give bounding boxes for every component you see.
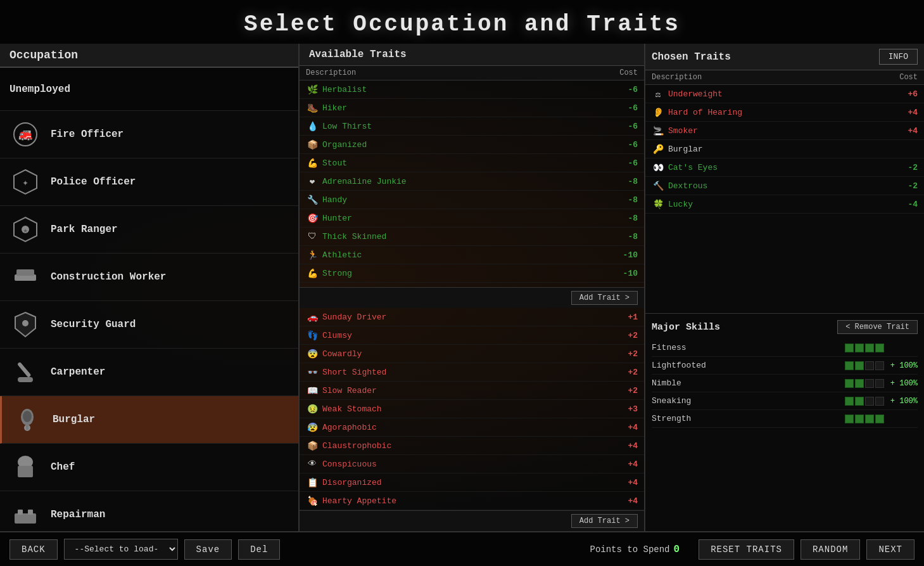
skill-row: Strength — [652, 410, 918, 428]
list-item[interactable]: 🤢Weak Stomach+3 — [300, 400, 644, 418]
occ-name-park-ranger: Park Ranger — [51, 224, 118, 235]
skill-bar-segment — [875, 361, 884, 370]
trait-cost: +4 — [616, 478, 638, 487]
points-value: 0 — [674, 544, 680, 555]
trait-icon: 📦 — [306, 439, 319, 452]
trait-name: Burglar — [668, 145, 896, 154]
reset-traits-button[interactable]: RESET TRAITS — [699, 539, 794, 560]
trait-name: Strong — [322, 269, 616, 278]
list-item[interactable]: 👁Conspicuous+4 — [300, 455, 644, 473]
chosen-traits-header-row: Chosen Traits INFO — [645, 44, 924, 70]
remove-trait-button[interactable]: < Remove Trait — [837, 320, 918, 334]
occ-item-carpenter[interactable]: Carpenter — [0, 349, 298, 396]
trait-cost: -8 — [616, 232, 638, 241]
list-item[interactable]: 😰Agoraphobic+4 — [300, 418, 644, 437]
trait-icon: 🌿 — [306, 83, 319, 96]
list-item[interactable]: 👀Cat's Eyes-2 — [645, 158, 924, 177]
trait-name: Lucky — [668, 200, 896, 209]
list-item[interactable]: 🛡Thick Skinned-8 — [300, 228, 644, 246]
occ-item-chef[interactable]: Chef — [0, 444, 298, 491]
trait-cost: -6 — [616, 158, 638, 168]
trait-cost: -6 — [616, 122, 638, 131]
occ-item-fire-officer[interactable]: 🚒Fire Officer — [0, 111, 298, 158]
add-trait-button-top[interactable]: Add Trait > — [571, 291, 638, 305]
list-item[interactable]: ❤️Adrenaline Junkie-8 — [300, 172, 644, 191]
skill-name: Fitness — [652, 343, 845, 352]
next-button[interactable]: NEXT — [866, 539, 915, 560]
trait-icon: 🎯 — [306, 212, 319, 224]
svg-text:🚒: 🚒 — [18, 127, 33, 141]
occupation-panel: Occupation Unemployed🚒Fire Officer✦Polic… — [0, 44, 300, 531]
list-item[interactable]: 👓Short Sighted+2 — [300, 363, 644, 382]
list-item[interactable]: 🚗Sunday Driver+1 — [300, 308, 644, 326]
occ-name-construction-worker: Construction Worker — [51, 271, 166, 283]
random-button[interactable]: RANDOM — [801, 539, 860, 560]
occ-icon-burglar — [11, 404, 43, 435]
skill-bar-segment — [845, 415, 854, 423]
list-item[interactable]: 👂Hard of Hearing+4 — [645, 103, 924, 122]
list-item[interactable]: 🔧Handy-8 — [300, 191, 644, 209]
occ-item-park-ranger[interactable]: ★Park Ranger — [0, 206, 298, 254]
add-trait-button-bottom[interactable]: Add Trait > — [571, 514, 638, 528]
skill-bar-segment — [845, 344, 854, 352]
list-item[interactable]: 📦Claustrophobic+4 — [300, 437, 644, 455]
skill-bar-segment — [855, 397, 864, 406]
list-item[interactable]: 💪Stout-6 — [300, 154, 644, 172]
load-select[interactable]: --Select to load-- — [64, 539, 178, 560]
occ-name-police-officer: Police Officer — [51, 176, 136, 188]
occ-item-police-officer[interactable]: ✦Police Officer — [0, 158, 298, 206]
trait-icon: 👣 — [306, 329, 319, 342]
trait-name: Sunday Driver — [322, 312, 616, 322]
back-button[interactable]: BACK — [9, 539, 58, 560]
occ-item-construction-worker[interactable]: Construction Worker — [0, 254, 298, 301]
trait-name: Organized — [322, 140, 616, 150]
list-item[interactable]: 📦Organized-6 — [300, 136, 644, 154]
trait-cost: -6 — [616, 103, 638, 113]
list-item[interactable]: 📋Disorganized+4 — [300, 473, 644, 492]
list-item[interactable]: 🍖Hearty Appetite+4 — [300, 492, 644, 510]
skill-bars — [845, 344, 884, 352]
skill-bar-segment — [845, 361, 854, 370]
svg-rect-20 — [18, 510, 23, 515]
save-button[interactable]: Save — [184, 539, 232, 560]
occ-item-repairman[interactable]: Repairman — [0, 491, 298, 531]
svg-rect-8 — [16, 269, 34, 276]
trait-icon: 🔧 — [306, 193, 319, 206]
list-item[interactable]: 🏃Athletic-10 — [300, 246, 644, 264]
add-trait-bar-bottom: Add Trait > — [300, 510, 644, 531]
list-item[interactable]: 🍀Lucky-4 — [645, 195, 924, 214]
trait-icon: 📦 — [306, 138, 319, 151]
list-item[interactable]: 💪Strong-10 — [300, 264, 644, 283]
occ-item-security-guard[interactable]: Security Guard — [0, 301, 298, 349]
list-item[interactable]: 🎯Hunter-8 — [300, 209, 644, 228]
trait-icon: 📖 — [306, 384, 319, 397]
list-item[interactable]: 🌿Herbalist-6 — [300, 80, 644, 99]
list-item[interactable]: 🚬Smoker+4 — [645, 122, 924, 140]
trait-cost: +1 — [616, 312, 638, 322]
occ-icon-repairman — [9, 499, 41, 531]
skill-name: Lightfooted — [652, 361, 845, 370]
list-item[interactable]: 🔑Burglar — [645, 140, 924, 158]
list-item[interactable]: 👣Clumsy+2 — [300, 326, 644, 345]
skill-percent: + 100% — [889, 397, 918, 406]
occ-name-chef: Chef — [51, 461, 75, 473]
list-item[interactable]: 🔨Dextrous-2 — [645, 177, 924, 195]
trait-name: Slow Reader — [322, 386, 616, 396]
trait-name: Adrenaline Junkie — [322, 177, 616, 186]
trait-name: Smoker — [668, 126, 896, 136]
list-item[interactable]: ⚖️Underweight+6 — [645, 85, 924, 103]
occ-item-burglar[interactable]: Burglar — [0, 396, 298, 444]
list-item[interactable]: 💧Low Thirst-6 — [300, 117, 644, 136]
available-traits-section: Available Traits Description Cost 🌿Herba… — [300, 44, 644, 308]
occ-item-unemployed[interactable]: Unemployed — [0, 68, 298, 111]
list-item[interactable]: 📖Slow Reader+2 — [300, 382, 644, 400]
bottom-right-controls: Points to Spend 0 RESET TRAITS RANDOM NE… — [590, 539, 915, 560]
trait-icon: 😰 — [306, 421, 319, 434]
list-item[interactable]: 🥾Hiker-6 — [300, 99, 644, 117]
trait-name: Thick Skinned — [322, 232, 616, 241]
list-item[interactable]: 😨Cowardly+2 — [300, 345, 644, 363]
trait-icon: 🛡 — [306, 230, 319, 243]
skill-bars — [845, 361, 884, 370]
del-button[interactable]: Del — [238, 539, 280, 560]
info-button[interactable]: INFO — [879, 49, 918, 65]
